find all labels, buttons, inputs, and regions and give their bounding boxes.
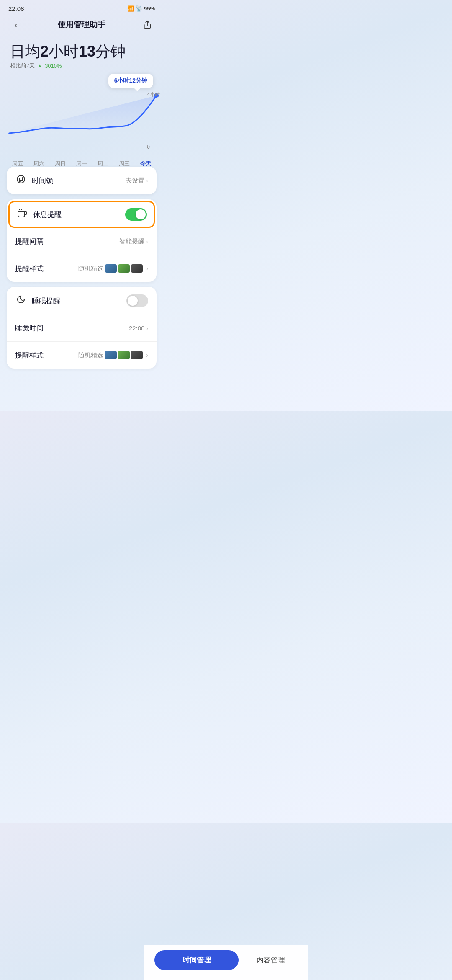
remind-interval-chevron: › bbox=[146, 238, 148, 245]
time-lock-action[interactable]: 去设置 › bbox=[126, 177, 148, 185]
sleep-time-right[interactable]: 22:00 › bbox=[129, 325, 148, 332]
time-lock-card: 时间锁 去设置 › bbox=[7, 167, 157, 194]
rest-remind-icon bbox=[16, 208, 28, 221]
time-lock-row[interactable]: 时间锁 去设置 › bbox=[7, 167, 157, 194]
thumb-3 bbox=[131, 264, 143, 273]
remind-interval-label: 提醒间隔 bbox=[15, 237, 44, 246]
x-label-sat: 周六 bbox=[33, 160, 44, 168]
remind-interval-right[interactable]: 智能提醒 › bbox=[119, 237, 148, 245]
x-label-wed: 周三 bbox=[119, 160, 130, 168]
thumb-1 bbox=[105, 264, 117, 273]
sleep-thumb-1 bbox=[105, 351, 117, 359]
remind-style-value: 随机精选 bbox=[78, 265, 103, 273]
rest-remind-row: 休息提醒 bbox=[8, 201, 155, 228]
thumb-2 bbox=[118, 264, 130, 273]
chart-area: 6小时12分钟 4小时 0 bbox=[0, 70, 163, 162]
time-lock-left: 时间锁 bbox=[15, 174, 53, 187]
sleep-style-value: 随机精选 bbox=[78, 351, 103, 359]
sleep-time-row[interactable]: 睡觉时间 22:00 › bbox=[7, 315, 157, 342]
sleep-remind-left: 睡眠提醒 bbox=[15, 295, 60, 307]
sleep-thumb-3 bbox=[131, 351, 143, 359]
sleep-style-right[interactable]: 随机精选 › bbox=[78, 351, 148, 359]
sleep-style-chevron: › bbox=[146, 352, 148, 358]
rest-remind-toggle[interactable] bbox=[125, 208, 147, 221]
time-lock-icon bbox=[15, 174, 27, 187]
rest-remind-left: 休息提醒 bbox=[16, 208, 62, 221]
y-label-4h: 4小时 bbox=[147, 91, 160, 98]
comparison-row: 相比前7天 ▲ 3010% bbox=[10, 62, 153, 70]
remind-style-right[interactable]: 随机精选 › bbox=[78, 264, 148, 273]
battery-indicator: 95% bbox=[144, 5, 155, 12]
header: ‹ 使用管理助手 bbox=[0, 14, 163, 39]
comparison-label: 相比前7天 bbox=[10, 62, 35, 70]
sleep-remind-toggle[interactable] bbox=[126, 294, 148, 307]
rest-remind-highlight-wrap: 休息提醒 bbox=[7, 199, 157, 228]
trend-percent: 3010% bbox=[45, 63, 62, 69]
sleep-remind-row: 睡眠提醒 bbox=[7, 287, 157, 315]
sleep-time-value: 22:00 bbox=[129, 325, 145, 332]
share-button[interactable] bbox=[140, 17, 155, 32]
x-label-fri: 周五 bbox=[12, 160, 23, 168]
daily-average: 日均2小时13分钟 bbox=[10, 42, 153, 60]
sleep-remind-card: 睡眠提醒 睡觉时间 22:00 › 提醒样式 随机精选 bbox=[7, 287, 157, 369]
status-icons: 📶 📡 95% bbox=[127, 5, 155, 12]
page-title: 使用管理助手 bbox=[58, 19, 105, 30]
remind-style-row[interactable]: 提醒样式 随机精选 › bbox=[7, 255, 157, 282]
status-time: 22:08 bbox=[8, 5, 24, 12]
x-label-sun: 周日 bbox=[55, 160, 66, 168]
remind-style-thumbs bbox=[105, 264, 143, 273]
wifi-icon: 📡 bbox=[136, 5, 142, 12]
stats-section: 日均2小时13分钟 相比前7天 ▲ 3010% bbox=[0, 39, 163, 70]
sleep-remind-label: 睡眠提醒 bbox=[32, 296, 60, 306]
status-bar: 22:08 📶 📡 95% bbox=[0, 0, 163, 14]
trend-arrow: ▲ bbox=[37, 63, 42, 69]
x-label-today: 今天 bbox=[140, 160, 151, 168]
remind-style-label: 提醒样式 bbox=[15, 264, 44, 273]
back-button[interactable]: ‹ bbox=[8, 17, 23, 32]
y-label-0: 0 bbox=[147, 144, 160, 150]
sleep-style-row[interactable]: 提醒样式 随机精选 › bbox=[7, 342, 157, 369]
svg-point-2 bbox=[17, 175, 25, 183]
sleep-thumb-2 bbox=[118, 351, 130, 359]
signal-icon: 📶 bbox=[127, 5, 134, 12]
sleep-time-label: 睡觉时间 bbox=[15, 323, 44, 333]
sleep-style-thumbs bbox=[105, 351, 143, 359]
sleep-time-chevron: › bbox=[146, 325, 148, 332]
x-label-tue: 周二 bbox=[98, 160, 108, 168]
rest-remind-card: 休息提醒 提醒间隔 智能提醒 › 提醒样式 随机精选 bbox=[7, 199, 157, 282]
chart-tooltip: 6小时12分钟 bbox=[108, 74, 153, 88]
x-axis-labels: 周五 周六 周日 周一 周二 周三 今天 bbox=[0, 158, 163, 168]
time-lock-chevron: › bbox=[146, 177, 148, 184]
remind-style-chevron: › bbox=[146, 265, 148, 272]
svg-rect-3 bbox=[19, 180, 21, 182]
remind-interval-value: 智能提醒 bbox=[119, 237, 144, 245]
y-axis-labels: 4小时 0 bbox=[147, 91, 160, 158]
sleep-style-label: 提醒样式 bbox=[15, 351, 44, 360]
time-lock-label: 时间锁 bbox=[32, 176, 53, 186]
rest-remind-label: 休息提醒 bbox=[33, 210, 62, 219]
sleep-remind-icon bbox=[15, 295, 27, 307]
chart-svg: 4小时 0 bbox=[0, 91, 163, 158]
time-lock-action-text: 去设置 bbox=[126, 177, 144, 185]
remind-interval-row[interactable]: 提醒间隔 智能提醒 › bbox=[7, 228, 157, 255]
x-label-mon: 周一 bbox=[76, 160, 87, 168]
